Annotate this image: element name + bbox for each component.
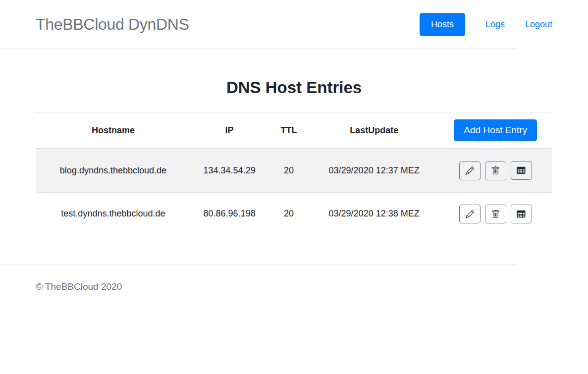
dns-host-entries-table: Hostname IP TTL LastUpdate Add Host Entr…: [36, 112, 552, 235]
nav-logs-link[interactable]: Logs: [485, 15, 505, 34]
page-title: DNS Host Entries: [36, 78, 552, 97]
cell-ttl: 20: [268, 192, 309, 235]
header: TheBBCloud DynDNS Hosts Logs Logout: [36, 0, 552, 48]
nav-logout-link[interactable]: Logout: [525, 15, 552, 34]
cell-ip: 134.34.54.29: [191, 149, 268, 192]
table-row: test.dyndns.thebbcloud.de 80.86.96.198 2…: [36, 192, 552, 235]
pencil-icon: [466, 166, 474, 175]
add-host-entry-button[interactable]: Add Host Entry: [454, 119, 537, 141]
table-header-row: Hostname IP TTL LastUpdate Add Host Entr…: [36, 112, 552, 149]
navbar: TheBBCloud DynDNS Hosts Logs Logout: [36, 0, 552, 48]
copyright-text: © TheBBCloud 2020: [36, 265, 552, 292]
table-body: blog.dyndns.thebbcloud.de 134.34.54.29 2…: [36, 149, 552, 235]
nav-hosts-button[interactable]: Hosts: [420, 13, 465, 36]
delete-host-button[interactable]: [485, 161, 506, 180]
column-header-ip: IP: [191, 112, 268, 149]
trash-icon: [491, 166, 500, 175]
cell-hostname: test.dyndns.thebbcloud.de: [36, 192, 191, 235]
app-brand[interactable]: TheBBCloud DynDNS: [36, 15, 189, 34]
table-head: Hostname IP TTL LastUpdate Add Host Entr…: [36, 112, 552, 149]
footer: © TheBBCloud 2020: [36, 265, 552, 292]
spacer: [36, 235, 552, 264]
cell-actions: [439, 149, 552, 192]
column-header-hostname: Hostname: [36, 112, 191, 149]
delete-host-button[interactable]: [485, 205, 506, 223]
header-divider: [0, 48, 517, 49]
details-host-button[interactable]: [511, 205, 532, 223]
table-icon: [517, 166, 526, 175]
cell-ip: 80.86.96.198: [191, 192, 268, 235]
cell-lastupdate: 03/29/2020 12:38 MEZ: [310, 192, 439, 235]
cell-actions: [439, 192, 552, 235]
table-row: blog.dyndns.thebbcloud.de 134.34.54.29 2…: [36, 149, 552, 192]
column-header-actions: Add Host Entry: [439, 112, 552, 149]
column-header-lastupdate: LastUpdate: [310, 112, 439, 149]
table-icon: [517, 210, 526, 218]
main-nav: Hosts Logs Logout: [420, 13, 552, 36]
trash-icon: [491, 210, 500, 218]
pencil-icon: [466, 210, 474, 218]
cell-hostname: blog.dyndns.thebbcloud.de: [36, 149, 191, 192]
cell-lastupdate: 03/29/2020 12:37 MEZ: [310, 149, 439, 192]
cell-ttl: 20: [268, 149, 309, 192]
edit-host-button[interactable]: [459, 161, 481, 180]
edit-host-button[interactable]: [459, 205, 481, 223]
details-host-button[interactable]: [511, 161, 532, 180]
main-content: DNS Host Entries Hostname IP TTL LastUpd…: [36, 78, 552, 264]
column-header-ttl: TTL: [268, 112, 309, 149]
